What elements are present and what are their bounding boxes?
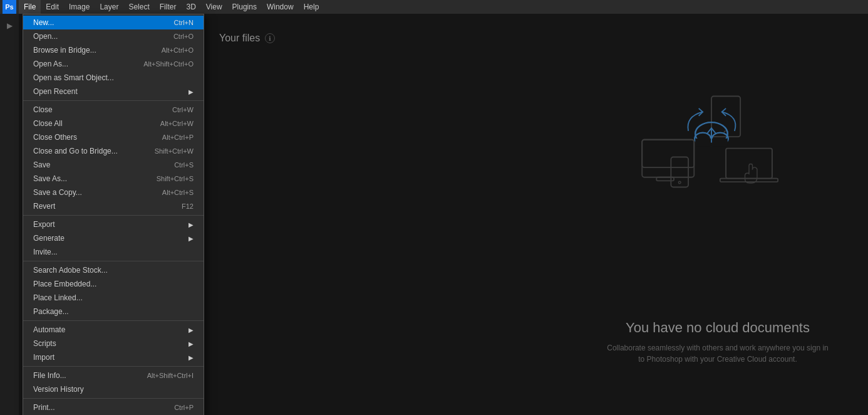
menu-item-new[interactable]: New... Ctrl+N <box>23 16 204 29</box>
menu-item-import[interactable]: Import ▶ <box>23 350 204 364</box>
menu-item-close[interactable]: Close Ctrl+W <box>23 103 204 117</box>
menu-item-file-info-shortcut: Alt+Shift+Ctrl+I <box>147 372 194 379</box>
menu-image[interactable]: Image <box>64 0 95 14</box>
menu-item-invite-label: Invite... <box>33 248 181 256</box>
menu-item-close-all-label: Close All <box>33 119 148 128</box>
menu-item-close-all-shortcut: Alt+Ctrl+W <box>160 120 194 127</box>
menu-item-automate[interactable]: Automate ▶ <box>23 323 204 337</box>
menu-item-print-label: Print... <box>33 403 162 412</box>
menu-item-scripts[interactable]: Scripts ▶ <box>23 337 204 350</box>
menu-item-open-recent-label: Open Recent <box>33 87 189 96</box>
menu-item-open-as[interactable]: Open As... Alt+Shift+Ctrl+O <box>23 57 204 71</box>
menu-item-generate[interactable]: Generate ▶ <box>23 231 204 245</box>
menu-item-automate-arrow: ▶ <box>189 327 194 334</box>
menu-window[interactable]: Window <box>262 0 299 14</box>
separator-4 <box>23 320 204 321</box>
menu-item-automate-label: Automate <box>33 325 189 334</box>
separator-2 <box>23 215 204 216</box>
menu-item-package-label: Package... <box>33 307 181 316</box>
menubar: Ps File Edit Image Layer Select Filter 3… <box>0 0 868 14</box>
app-logo: Ps <box>3 0 16 14</box>
menu-item-browse-bridge-label: Browse in Bridge... <box>33 46 149 55</box>
separator-6 <box>23 398 204 399</box>
menu-item-close-all[interactable]: Close All Alt+Ctrl+W <box>23 117 204 130</box>
menu-item-browse-bridge-shortcut: Alt+Ctrl+O <box>162 46 194 54</box>
menu-item-open-shortcut: Ctrl+O <box>173 33 194 40</box>
separator-5 <box>23 366 204 367</box>
menu-item-close-shortcut: Ctrl+W <box>172 106 194 113</box>
menu-item-browse-bridge[interactable]: Browse in Bridge... Alt+Ctrl+O <box>23 43 204 57</box>
menu-item-save-copy-label: Save a Copy... <box>33 188 150 197</box>
menu-item-open-as-shortcut: Alt+Shift+Ctrl+O <box>143 60 194 68</box>
menu-view[interactable]: View <box>201 0 227 14</box>
menu-item-open-smart-label: Open as Smart Object... <box>33 73 181 82</box>
menu-item-revert-label: Revert <box>33 202 169 211</box>
menu-item-print-shortcut: Ctrl+P <box>174 404 194 411</box>
menu-item-export-arrow: ▶ <box>189 221 194 228</box>
menu-item-new-label: New... <box>33 18 162 27</box>
menu-item-save[interactable]: Save Ctrl+S <box>23 158 204 172</box>
menu-item-close-others-shortcut: Alt+Ctrl+P <box>162 134 194 141</box>
menu-item-new-shortcut: Ctrl+N <box>174 19 194 26</box>
menu-item-place-embedded-label: Place Embedded... <box>33 280 181 288</box>
menu-layer[interactable]: Layer <box>95 0 123 14</box>
menu-item-close-others[interactable]: Close Others Alt+Ctrl+P <box>23 130 204 144</box>
menu-item-search-stock-label: Search Adobe Stock... <box>33 266 181 275</box>
menu-item-revert-shortcut: F12 <box>182 202 194 210</box>
menu-item-scripts-label: Scripts <box>33 339 189 348</box>
menu-item-save-as-shortcut: Shift+Ctrl+S <box>157 175 194 182</box>
menu-item-close-others-label: Close Others <box>33 133 150 142</box>
menu-item-open-label: Open... <box>33 32 161 41</box>
menu-item-generate-arrow: ▶ <box>189 235 194 242</box>
menu-item-save-label: Save <box>33 160 162 169</box>
menu-item-import-label: Import <box>33 353 189 362</box>
menu-item-save-shortcut: Ctrl+S <box>174 161 194 169</box>
menu-item-close-goto-bridge[interactable]: Close and Go to Bridge... Shift+Ctrl+W <box>23 144 204 158</box>
menu-file[interactable]: File <box>19 0 41 14</box>
menu-item-save-as-label: Save As... <box>33 174 144 183</box>
menu-item-export[interactable]: Export ▶ <box>23 218 204 231</box>
menu-item-invite[interactable]: Invite... <box>23 245 204 259</box>
menu-item-open-smart[interactable]: Open as Smart Object... <box>23 71 204 85</box>
menu-item-place-linked-label: Place Linked... <box>33 293 181 302</box>
menu-item-open-recent[interactable]: Open Recent ▶ <box>23 85 204 98</box>
menu-filter[interactable]: Filter <box>155 0 182 14</box>
menu-item-generate-label: Generate <box>33 234 189 243</box>
menu-select[interactable]: Select <box>123 0 154 14</box>
menu-item-version-history-label: Version History <box>33 385 181 394</box>
menu-item-close-label: Close <box>33 105 160 114</box>
menu-item-open[interactable]: Open... Ctrl+O <box>23 29 204 43</box>
menu-item-print[interactable]: Print... Ctrl+P <box>23 401 204 414</box>
menu-item-close-goto-bridge-shortcut: Shift+Ctrl+W <box>155 147 194 155</box>
menu-item-revert[interactable]: Revert F12 <box>23 199 204 213</box>
menu-item-save-as[interactable]: Save As... Shift+Ctrl+S <box>23 172 204 186</box>
menu-item-version-history[interactable]: Version History <box>23 382 204 396</box>
menu-item-place-embedded[interactable]: Place Embedded... <box>23 277 204 291</box>
menu-item-open-recent-arrow: ▶ <box>189 88 194 95</box>
menu-plugins[interactable]: Plugins <box>227 0 262 14</box>
menu-item-close-goto-bridge-label: Close and Go to Bridge... <box>33 147 142 155</box>
menu-item-import-arrow: ▶ <box>189 354 194 361</box>
menu-edit[interactable]: Edit <box>41 0 64 14</box>
menu-help[interactable]: Help <box>299 0 324 14</box>
menu-item-file-info-label: File Info... <box>33 371 135 380</box>
separator-3 <box>23 261 204 261</box>
menu-item-place-linked[interactable]: Place Linked... <box>23 291 204 305</box>
menu-item-save-copy-shortcut: Alt+Ctrl+S <box>162 189 194 196</box>
separator-1 <box>23 100 204 101</box>
menu-item-open-as-label: Open As... <box>33 60 131 68</box>
menu-item-search-stock[interactable]: Search Adobe Stock... <box>23 263 204 277</box>
file-dropdown-menu: New... Ctrl+N Open... Ctrl+O Browse in B… <box>23 14 204 415</box>
menu-item-package[interactable]: Package... <box>23 305 204 318</box>
menu-3d[interactable]: 3D <box>181 0 200 14</box>
menu-item-file-info[interactable]: File Info... Alt+Shift+Ctrl+I <box>23 369 204 382</box>
menu-item-scripts-arrow: ▶ <box>189 340 194 347</box>
menu-item-save-copy[interactable]: Save a Copy... Alt+Ctrl+S <box>23 186 204 199</box>
menu-item-export-label: Export <box>33 220 189 229</box>
